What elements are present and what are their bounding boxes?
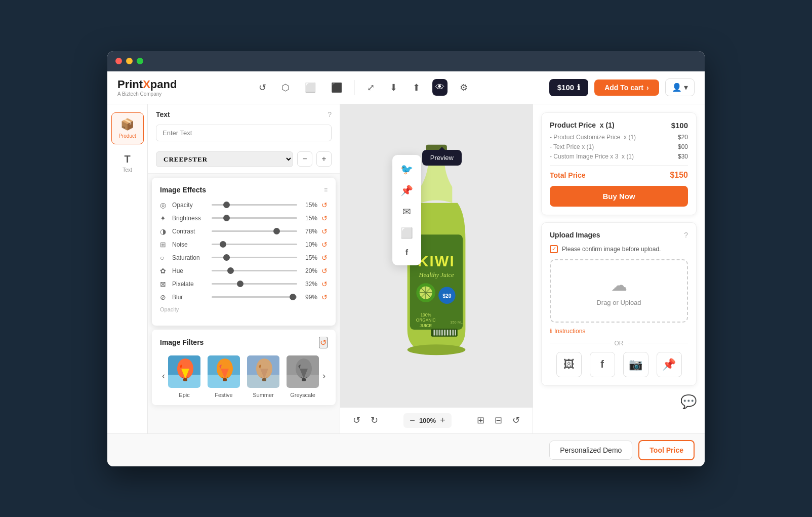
brightness-slider[interactable] <box>212 217 297 219</box>
contrast-reset-btn[interactable]: ↺ <box>321 227 328 235</box>
noise-slider[interactable] <box>212 244 297 245</box>
opacity-reset-btn[interactable]: ↺ <box>321 201 328 209</box>
canvas-toolbar: ↺ ↻ − 100% + ⊞ ⊟ ↺ <box>340 407 533 433</box>
saturation-value: 15% <box>301 254 317 261</box>
canvas-undo-btn[interactable]: ↺ <box>350 412 363 428</box>
facebook-import-btn[interactable]: f <box>590 352 615 377</box>
pixelate-icon: ⊠ <box>160 280 168 288</box>
text-input[interactable] <box>156 125 332 141</box>
instagram-import-btn[interactable]: 📷 <box>623 352 648 377</box>
refresh-canvas-btn[interactable]: ↺ <box>510 412 522 428</box>
add-to-cart-button[interactable]: Add To cart › <box>594 79 659 96</box>
font-size-plus-btn[interactable]: + <box>316 151 332 167</box>
filters-header: Image Filters ↺ <box>160 337 328 348</box>
product-price-title: Product Price x (1) <box>550 121 615 129</box>
filter-summer-thumb <box>246 354 280 389</box>
noise-label: Noise <box>172 241 208 248</box>
upload-confirm-checkbox[interactable]: ✓ <box>550 245 558 253</box>
list-view-btn[interactable]: ⊟ <box>492 412 505 428</box>
buy-now-button[interactable]: Buy Now <box>550 186 688 207</box>
filter-festive[interactable]: Festive <box>207 354 241 398</box>
fullscreen-btn[interactable]: ⤢ <box>364 79 378 96</box>
text-icon: T <box>124 153 130 165</box>
close-dot[interactable] <box>115 58 122 64</box>
filter-prev-btn[interactable]: ‹ <box>160 369 167 383</box>
canvas-area: Preview 🐦 📌 ✉ ⬜ f <box>340 104 533 433</box>
filters-row: ‹ <box>160 354 328 398</box>
pixelate-slider[interactable] <box>212 283 297 285</box>
chat-button[interactable]: 💬 <box>680 394 697 410</box>
duplicate-btn[interactable]: ⬛ <box>328 79 345 96</box>
hue-slider[interactable] <box>212 270 297 271</box>
saturation-reset-btn[interactable]: ↺ <box>321 254 328 262</box>
filter-summer[interactable]: Summer <box>246 354 280 398</box>
brightness-icon: ✦ <box>160 214 168 222</box>
download-btn[interactable]: ⬇ <box>387 79 400 96</box>
filters-list: Epic <box>167 354 320 398</box>
facebook-share-btn[interactable]: f <box>396 245 417 260</box>
brightness-reset-btn[interactable]: ↺ <box>321 214 328 222</box>
layers-btn[interactable]: ⬡ <box>278 79 293 96</box>
grid-view-btn[interactable]: ⊞ <box>474 412 487 428</box>
twitter-share-btn[interactable]: 🐦 <box>396 160 417 178</box>
zoom-in-btn[interactable]: + <box>440 415 445 426</box>
font-size-minus-btn[interactable]: − <box>297 151 312 167</box>
noise-icon: ⊞ <box>160 241 168 249</box>
opacity-bottom-label: Opacity <box>160 306 179 312</box>
effect-row-blur: ⊘ Blur 99% ↺ <box>160 293 328 301</box>
saturation-icon: ○ <box>160 254 168 262</box>
svg-rect-15 <box>262 378 266 381</box>
total-price-label: Total Price <box>550 171 586 179</box>
filter-next-btn[interactable]: › <box>320 369 328 383</box>
gallery-import-btn[interactable]: 🖼 <box>556 352 582 377</box>
preview-btn[interactable]: 👁 <box>432 79 448 96</box>
effect-row-brightness: ✦ Brightness 15% ↺ <box>160 214 328 222</box>
personalized-demo-button[interactable]: Personalized Demo <box>549 441 632 460</box>
hue-reset-btn[interactable]: ↺ <box>321 267 328 275</box>
svg-point-57 <box>408 344 466 355</box>
fullscreen-dot[interactable] <box>137 58 143 64</box>
copy-link-btn[interactable]: ⬜ <box>396 224 417 242</box>
upload-dropzone[interactable]: ☁ Drag or Upload <box>550 259 688 323</box>
pixelate-label: Pixelate <box>172 281 208 288</box>
noise-reset-btn[interactable]: ↺ <box>321 241 328 249</box>
tool-price-button[interactable]: Tool Price <box>638 440 695 460</box>
sidebar-item-text[interactable]: T Text <box>111 148 144 178</box>
text-section: Text ? CREEPSTER Arial Roboto − + <box>148 104 340 174</box>
upload-help-icon[interactable]: ? <box>684 231 688 239</box>
settings-btn[interactable]: ⚙ <box>457 79 471 96</box>
canvas-redo-btn[interactable]: ↻ <box>368 412 381 428</box>
zoom-out-btn[interactable]: − <box>410 415 415 426</box>
filter-greyscale[interactable]: Greyscale <box>286 354 320 398</box>
pinterest-share-btn[interactable]: 📌 <box>396 181 417 200</box>
user-menu-button[interactable]: 👤 ▾ <box>665 78 695 96</box>
opacity-icon: ◎ <box>160 201 168 209</box>
font-select[interactable]: CREEPSTER Arial Roboto <box>156 151 293 167</box>
undo-btn[interactable]: ↺ <box>256 79 269 96</box>
pixelate-reset-btn[interactable]: ↺ <box>321 280 328 288</box>
instructions-link[interactable]: ℹ Instructions <box>550 328 688 335</box>
minimize-dot[interactable] <box>126 58 133 64</box>
pinterest-import-btn[interactable]: 📌 <box>657 352 682 377</box>
save-btn[interactable]: ⬜ <box>302 79 319 96</box>
text-panel-header: Text ? <box>148 104 340 125</box>
upload-confirm-text: Please confirm image before upload. <box>562 246 661 253</box>
opacity-slider[interactable] <box>212 204 297 206</box>
text-help-icon[interactable]: ? <box>328 110 332 118</box>
blur-slider[interactable] <box>212 296 297 298</box>
email-share-btn[interactable]: ✉ <box>396 203 417 221</box>
blur-reset-btn[interactable]: ↺ <box>321 293 328 301</box>
contrast-slider[interactable] <box>212 230 297 232</box>
product-icon: 📦 <box>120 118 134 131</box>
svg-text:JUICE: JUICE <box>420 323 432 328</box>
navbar: PrintXpand A Biztech Company ↺ ⬡ ⬜ ⬛ ⤢ ⬇… <box>107 71 705 104</box>
share-btn[interactable]: ⬆ <box>410 79 423 96</box>
logo-text: PrintXpand <box>117 78 177 91</box>
effect-row-hue: ✿ Hue 20% ↺ <box>160 267 328 275</box>
filter-epic[interactable]: Epic <box>167 354 201 398</box>
effect-row-noise: ⊞ Noise 10% ↺ <box>160 241 328 249</box>
filters-reset-btn[interactable]: ↺ <box>319 337 328 348</box>
sidebar-item-product[interactable]: 📦 Product <box>111 112 144 144</box>
saturation-slider[interactable] <box>212 257 297 258</box>
opacity-label-bottom: Opacity <box>160 306 328 312</box>
